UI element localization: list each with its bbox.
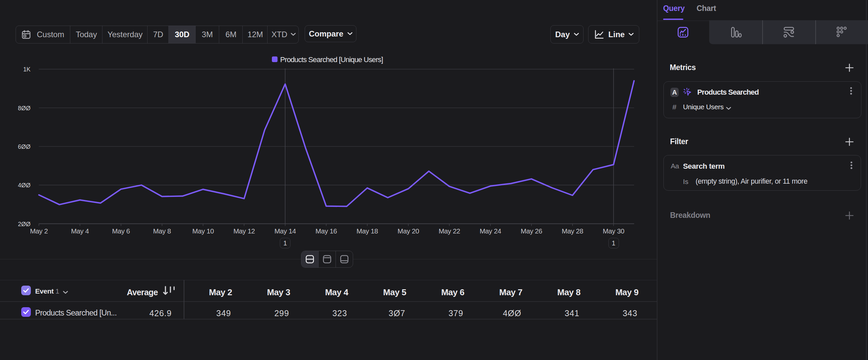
svg-text:May 22: May 22 bbox=[439, 227, 460, 235]
svg-text:6ØØ: 6ØØ bbox=[18, 143, 31, 150]
svg-text:May 6: May 6 bbox=[112, 227, 130, 235]
svg-text:May 14: May 14 bbox=[275, 227, 296, 235]
svg-text:May 20: May 20 bbox=[398, 227, 419, 235]
svg-text:May 12: May 12 bbox=[234, 227, 255, 235]
svg-text:May 2: May 2 bbox=[30, 227, 48, 235]
svg-text:May 28: May 28 bbox=[562, 227, 583, 235]
svg-text:May 16: May 16 bbox=[315, 227, 337, 235]
svg-text:May 4: May 4 bbox=[71, 227, 89, 235]
svg-text:8ØØ: 8ØØ bbox=[18, 105, 31, 112]
svg-text:2ØØ: 2ØØ bbox=[18, 221, 31, 227]
svg-text:May 8: May 8 bbox=[153, 227, 171, 235]
svg-text:4ØØ: 4ØØ bbox=[18, 182, 31, 189]
svg-text:May 30: May 30 bbox=[603, 227, 624, 235]
svg-text:1K: 1K bbox=[23, 66, 31, 73]
svg-text:May 24: May 24 bbox=[480, 227, 501, 235]
svg-text:May 18: May 18 bbox=[356, 227, 378, 235]
svg-text:May 10: May 10 bbox=[192, 227, 214, 235]
svg-text:May 26: May 26 bbox=[521, 227, 542, 235]
